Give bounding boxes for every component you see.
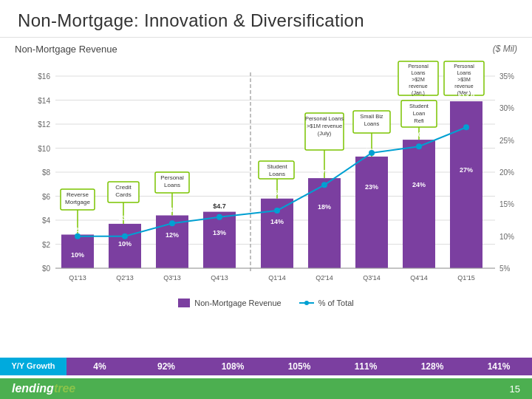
chart-title: Non-Mortgage Revenue — [15, 44, 117, 55]
svg-text:Q4'14: Q4'14 — [410, 274, 428, 282]
svg-text:$5.8: $5.8 — [270, 189, 284, 197]
chart-container: Non-Mortgage Revenue ($ Mil) $0 $2 — [0, 38, 532, 358]
bar-q4-14 — [403, 140, 435, 268]
svg-text:Loans: Loans — [269, 171, 285, 177]
legend-bar-item: Non-Mortgage Revenue — [178, 299, 281, 307]
svg-text:Cards: Cards — [115, 191, 131, 198]
page: Non-Mortgage: Innovation & Diversificati… — [0, 0, 532, 399]
svg-text:$4: $4 — [42, 216, 51, 225]
svg-text:10%: 10% — [499, 233, 514, 241]
svg-text:>$2M: >$2M — [412, 77, 425, 82]
svg-text:(Jan.): (Jan.) — [412, 90, 425, 96]
svg-text:Reverse: Reverse — [66, 191, 89, 198]
svg-text:14%: 14% — [270, 218, 284, 225]
legend-line-icon — [299, 302, 314, 304]
dot-q3-14 — [369, 150, 375, 156]
svg-text:27%: 27% — [460, 166, 473, 174]
growth-val-5: 111% — [332, 358, 399, 375]
growth-val-6: 128% — [399, 358, 466, 375]
svg-text:15%: 15% — [499, 200, 514, 208]
legend-line-item: % of Total — [299, 299, 354, 307]
svg-text:$6: $6 — [42, 193, 51, 201]
chart-header: Non-Mortgage Revenue ($ Mil) — [15, 44, 517, 55]
dot-q1-14 — [274, 208, 280, 214]
legend: Non-Mortgage Revenue % of Total — [15, 299, 517, 307]
svg-text:Q1'15: Q1'15 — [457, 274, 475, 282]
dot-q2-14 — [321, 182, 327, 188]
svg-text:Q2'13: Q2'13 — [116, 274, 134, 282]
svg-text:10%: 10% — [71, 251, 84, 259]
growth-val-1: 4% — [66, 358, 133, 375]
svg-text:Q3'14: Q3'14 — [363, 274, 381, 282]
svg-text:$7.5: $7.5 — [318, 168, 331, 176]
svg-text:$2: $2 — [42, 241, 51, 249]
growth-val-3: 108% — [200, 358, 266, 375]
svg-text:Q2'14: Q2'14 — [316, 274, 333, 282]
svg-text:Credit: Credit — [115, 184, 132, 191]
svg-text:(July): (July) — [318, 130, 332, 137]
page-title: Non-Mortgage: Innovation & Diversificati… — [18, 10, 514, 31]
dot-q1-13 — [75, 233, 81, 239]
svg-text:20%: 20% — [499, 168, 514, 177]
svg-text:Loan: Loan — [413, 110, 426, 117]
chart-unit: ($ Mil) — [493, 44, 517, 55]
svg-text:24%: 24% — [412, 181, 426, 188]
svg-text:13%: 13% — [213, 229, 226, 236]
footer: lendingtree 15 — [0, 378, 532, 399]
svg-text:12%: 12% — [166, 231, 179, 239]
svg-text:25%: 25% — [499, 137, 514, 145]
svg-text:10%: 10% — [118, 240, 132, 248]
svg-text:$12: $12 — [38, 120, 50, 129]
page-number: 15 — [510, 383, 520, 395]
svg-text:$2.8: $2.8 — [71, 226, 84, 233]
svg-text:$10.7: $10.7 — [411, 131, 428, 138]
svg-text:Mortgage: Mortgage — [65, 199, 90, 205]
svg-text:Q1'14: Q1'14 — [268, 274, 286, 282]
svg-text:35%: 35% — [499, 72, 514, 81]
growth-label: Y/Y Growth — [0, 358, 66, 375]
growth-val-7: 141% — [466, 358, 532, 375]
growth-val-4: 105% — [266, 358, 332, 375]
chart-area: $0 $2 $4 $6 $8 $10 $12 $14 $16 5% 10% 15… — [15, 58, 517, 297]
dot-q4-14 — [416, 143, 422, 149]
svg-text:23%: 23% — [365, 183, 378, 191]
svg-text:5%: 5% — [499, 265, 511, 273]
svg-text:Q1'13: Q1'13 — [69, 274, 86, 282]
legend-line-label: % of Total — [318, 299, 354, 307]
svg-text:$13.9: $13.9 — [458, 92, 475, 100]
bar-q4-13 — [203, 212, 236, 268]
svg-text:$4.4: $4.4 — [166, 206, 179, 214]
dot-q3-13 — [169, 220, 175, 226]
svg-text:Loans: Loans — [411, 70, 426, 75]
svg-text:$4.7: $4.7 — [213, 202, 226, 210]
svg-text:Loans: Loans — [364, 120, 380, 127]
svg-text:$8: $8 — [42, 168, 51, 177]
svg-text:$14: $14 — [38, 97, 50, 105]
bar-q3-14 — [355, 157, 388, 268]
svg-text:18%: 18% — [318, 203, 331, 211]
svg-text:$10: $10 — [38, 145, 50, 153]
svg-text:$3.7: $3.7 — [118, 214, 132, 222]
svg-text:Personal Loans: Personal Loans — [305, 115, 344, 122]
svg-text:Loans: Loans — [457, 70, 471, 75]
chart-svg: $0 $2 $4 $6 $8 $10 $12 $14 $16 5% 10% 15… — [15, 58, 517, 294]
header: Non-Mortgage: Innovation & Diversificati… — [0, 0, 532, 38]
svg-text:Refi: Refi — [414, 117, 424, 124]
svg-text:>$1M revenue: >$1M revenue — [307, 123, 342, 129]
svg-text:revenue: revenue — [409, 83, 427, 89]
svg-text:Personal: Personal — [160, 174, 184, 181]
dot-q1-15 — [463, 124, 469, 130]
svg-text:Personal: Personal — [454, 64, 474, 69]
svg-text:Student: Student — [267, 163, 287, 170]
svg-text:$0: $0 — [42, 265, 51, 273]
svg-text:Loans: Loans — [164, 182, 180, 188]
legend-bar-icon — [178, 299, 190, 307]
svg-text:Student: Student — [409, 103, 429, 109]
svg-text:Small Biz: Small Biz — [360, 113, 383, 120]
svg-text:Q3'13: Q3'13 — [163, 274, 181, 282]
growth-val-2: 92% — [133, 358, 200, 375]
svg-text:30%: 30% — [499, 104, 514, 112]
svg-text:Q4'13: Q4'13 — [211, 274, 228, 282]
growth-table: Y/Y Growth 4% 92% 108% 105% 111% 128% 14… — [0, 358, 532, 375]
svg-text:>$3M: >$3M — [457, 77, 471, 82]
